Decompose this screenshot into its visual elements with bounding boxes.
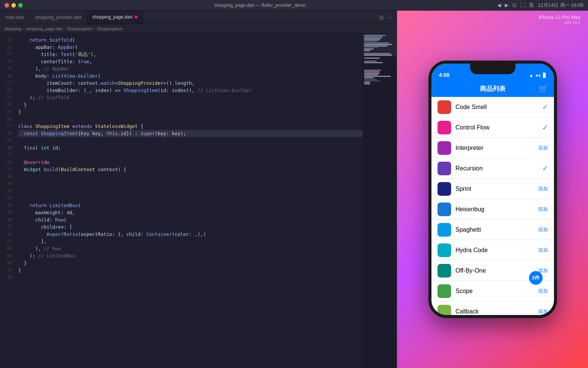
phone-status-icons: ▲ ●● ▊ (529, 73, 546, 78)
code-line-38: return LimitedBox( (18, 202, 363, 209)
app-title: 商品列表 (480, 84, 506, 93)
code-line-23: ); // Scaffold (18, 94, 363, 101)
item-action-heisenbug[interactable]: 添加 (538, 206, 548, 213)
code-area: 15 16 17 18 19 20 21 22 23 24 25 26 27 2… (0, 33, 397, 368)
item-name-control-flow: Control Flow (456, 124, 538, 131)
item-action-hydra-code[interactable]: 添加 (538, 247, 548, 254)
color-swatch-control-flow (438, 121, 451, 134)
item-name-off-by-one: Off-By-One (456, 267, 534, 274)
code-line-19: ), // AppBar (18, 65, 363, 72)
code-line-21: itemCount: context.watch<ShoppingProvide… (18, 80, 363, 87)
code-line-20: body: ListView.builder( (18, 72, 363, 80)
close-button[interactable] (5, 3, 9, 8)
code-line-37 (18, 195, 363, 202)
list-item-recursion[interactable]: Recursion ✓ (431, 158, 554, 179)
list-item-control-flow[interactable]: Control Flow ✓ (431, 117, 554, 138)
editor-panel: main.dart shopping_provider.dart shoppin… (0, 11, 397, 368)
window-controls-icon[interactable]: ⊡ (512, 2, 517, 8)
code-line-16: appBar: AppBar( (18, 44, 363, 51)
tab-shopping-page[interactable]: shopping_page.dart (87, 11, 143, 24)
color-swatch-scope (438, 284, 451, 298)
item-action-callback[interactable]: 添加 (538, 308, 548, 315)
language-icon: 英 (529, 2, 534, 9)
code-line-35 (18, 180, 363, 187)
code-line-40: child: Row( (18, 216, 363, 223)
code-line-28: const ShoppingItem({Key key, this.id}) :… (18, 130, 363, 137)
cart-icon[interactable]: 🛒 (538, 84, 548, 93)
signal-icon: ●● (535, 73, 541, 78)
color-swatch-spaghetti (438, 223, 451, 237)
more-options-icon[interactable]: ⋯ (388, 14, 393, 20)
list-item-code-smell[interactable]: Code Smell ✓ (431, 97, 554, 117)
list-item-spaghetti[interactable]: Spaghetti 添加 (431, 220, 554, 240)
phone-notch (470, 64, 515, 74)
code-line-43: ], (18, 238, 363, 245)
item-check-code-smell: ✓ (542, 103, 548, 111)
breadcrumb-part-1[interactable]: shopping (5, 27, 22, 31)
code-line-36 (18, 187, 363, 195)
window-title: shopping_page.dart — flutter_provider_de… (26, 3, 494, 8)
code-line-48 (18, 274, 363, 281)
forward-icon[interactable]: ▶ (505, 2, 509, 8)
color-swatch-sprint (438, 182, 451, 196)
minimap (363, 33, 397, 368)
maximize-button[interactable] (18, 3, 23, 8)
code-line-30: final int id; (18, 144, 363, 151)
tab-right-icons: ⊟ ⋯ (375, 11, 397, 24)
code-line-39: maxHeight: 48, (18, 209, 363, 216)
code-line-41: children: [ (18, 223, 363, 231)
code-line-44: ), // Row (18, 245, 363, 252)
clock: 12月14日 周一 16:08 (538, 2, 583, 9)
wifi-icon: ▲ (529, 73, 534, 78)
tab-main[interactable]: main.dart (0, 11, 30, 24)
color-swatch-off-by-one (438, 264, 451, 278)
color-swatch-callback (438, 305, 451, 315)
code-line-18: centerTitle: true, (18, 58, 363, 65)
code-line-25: } (18, 108, 363, 115)
tabs-bar: main.dart shopping_provider.dart shoppin… (0, 11, 397, 24)
app-bar: 商品列表 🛒 (431, 80, 554, 97)
back-icon[interactable]: ◀ (497, 2, 501, 8)
fullscreen-icon[interactable]: ⛶ (520, 2, 525, 8)
line-numbers: 15 16 17 18 19 20 21 22 23 24 25 26 27 2… (0, 33, 15, 368)
phone-model-label: iPhone 12 Pro Max iOS 14.2 (538, 14, 580, 25)
list-item-callback[interactable]: Callback 添加 (431, 301, 554, 315)
code-line-31 (18, 151, 363, 159)
code-line-34 (18, 173, 363, 180)
main-area: main.dart shopping_provider.dart shoppin… (0, 11, 588, 368)
list-item-heisenbug[interactable]: Heisenbug 添加 (431, 199, 554, 220)
tab-shopping-page-label: shopping_page.dart (92, 14, 132, 20)
item-name-interpreter: Interpreter (456, 145, 534, 151)
breadcrumb-part-3[interactable]: ShoppingItem (67, 27, 93, 31)
item-action-interpreter[interactable]: 添加 (538, 145, 548, 151)
color-swatch-code-smell (438, 100, 451, 114)
item-check-recursion: ✓ (542, 164, 548, 173)
tab-shopping-provider-label: shopping_provider.dart (35, 15, 81, 20)
tab-shopping-provider[interactable]: shopping_provider.dart (30, 11, 87, 24)
item-action-scope[interactable]: 添加 (538, 288, 548, 295)
list-item-sprint[interactable]: Sprint 添加 (431, 179, 554, 199)
split-editor-icon[interactable]: ⊟ (379, 14, 384, 20)
code-content[interactable]: return Scaffold( appBar: AppBar( title: … (15, 33, 363, 368)
breadcrumb-part-2[interactable]: shopping_page.dart (26, 27, 62, 31)
breadcrumb: shopping › shopping_page.dart › Shopping… (0, 24, 397, 33)
item-name-sprint: Sprint (456, 186, 534, 192)
code-line-45: ); // LimitedBox (18, 252, 363, 259)
code-line-29 (18, 137, 363, 144)
phone-time: 4:08 (439, 72, 450, 78)
code-line-26 (18, 115, 363, 123)
item-name-hydra-code: Hydra Code (456, 247, 534, 254)
item-action-spaghetti[interactable]: 添加 (538, 226, 548, 233)
list-item-hydra-code[interactable]: Hydra Code 添加 (431, 240, 554, 260)
item-action-sprint[interactable]: 添加 (538, 186, 548, 192)
code-line-17: title: Text('商品'), (18, 51, 363, 58)
code-line-47: } (18, 267, 363, 274)
item-check-control-flow: ✓ (542, 123, 548, 132)
list-item-interpreter[interactable]: Interpreter 添加 (431, 138, 554, 158)
minimize-button[interactable] (11, 3, 16, 8)
code-line-42: AspectRatio(aspectRatio: 1, child: Conta… (18, 231, 363, 238)
item-name-callback: Callback (456, 308, 534, 315)
code-line-32: @override (18, 159, 363, 166)
modified-dot (135, 16, 138, 19)
breadcrumb-part-4[interactable]: ShoppingItem (97, 27, 123, 31)
